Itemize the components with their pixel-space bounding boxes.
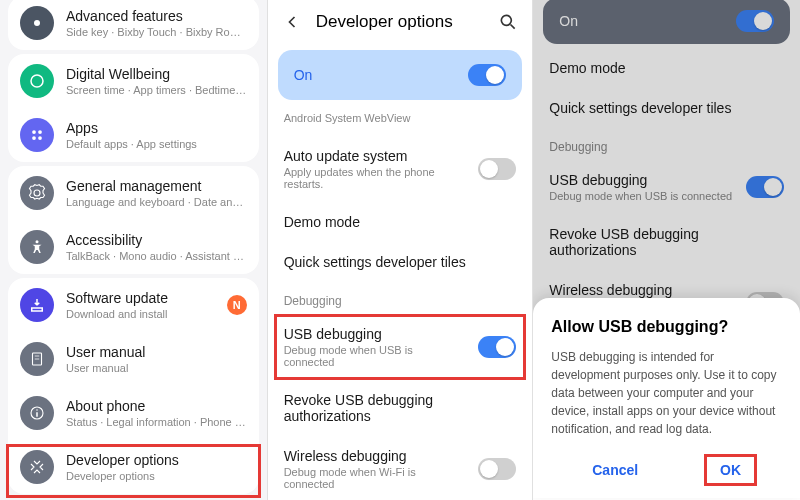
svg-point-13 (502, 15, 512, 25)
dialog: Allow USB debugging? USB debugging is in… (533, 298, 800, 498)
row-title: Quick settings developer tiles (549, 100, 784, 116)
master-toggle-row[interactable]: On (278, 50, 523, 100)
row-sub: Apply updates when the phone restarts. (284, 166, 467, 190)
back-icon[interactable] (282, 12, 302, 32)
svg-point-11 (36, 409, 38, 411)
settings-item-manual[interactable]: User manual User manual (8, 332, 259, 386)
item-sub: Screen time · App timers · Bedtime mode (66, 83, 247, 97)
row-title: Wireless debugging (284, 448, 467, 464)
item-sub: User manual (66, 361, 247, 375)
row-auto-update[interactable]: Auto update system Apply updates when th… (268, 136, 533, 202)
svg-rect-12 (36, 412, 38, 417)
row-revoke[interactable]: Revoke USB debugging authorizations (268, 380, 533, 436)
section-debugging: Debugging (268, 282, 533, 314)
row-sub: Debug mode when Wi-Fi is connected (284, 466, 467, 490)
row-title: Quick settings developer tiles (284, 254, 517, 270)
usb-debugging-toggle[interactable] (746, 176, 784, 198)
item-sub: Status · Legal information · Phone name (66, 415, 247, 429)
item-sub: TalkBack · Mono audio · Assistant menu (66, 249, 247, 263)
row-title: Demo mode (549, 60, 784, 76)
search-icon[interactable] (498, 12, 518, 32)
dialog-title: Allow USB debugging? (551, 318, 782, 336)
item-sub: Developer options (66, 469, 247, 483)
settings-item-developer[interactable]: Developer options Developer options (8, 440, 259, 494)
on-label: On (559, 13, 736, 29)
row-title: USB debugging (284, 326, 467, 342)
item-sub: Language and keyboard · Date and time (66, 195, 247, 209)
svg-point-2 (32, 130, 36, 134)
wellbeing-icon (20, 64, 54, 98)
row-usb-debugging[interactable]: USB debugging Debug mode when USB is con… (533, 160, 800, 214)
cancel-button[interactable]: Cancel (580, 456, 650, 484)
svg-point-5 (38, 136, 42, 140)
settings-item-general[interactable]: General management Language and keyboard… (8, 166, 259, 220)
update-badge: N (227, 295, 247, 315)
row-usb-debugging[interactable]: USB debugging Debug mode when USB is con… (268, 314, 533, 380)
header: Developer options (268, 0, 533, 44)
svg-point-3 (38, 130, 42, 134)
settings-item-about[interactable]: About phone Status · Legal information ·… (8, 386, 259, 440)
dev-icon (20, 450, 54, 484)
row-quicksettings[interactable]: Quick settings developer tiles (533, 88, 800, 128)
dialog-body: USB debugging is intended for developmen… (551, 348, 782, 438)
row-quicksettings[interactable]: Quick settings developer tiles (268, 242, 533, 282)
item-title: Apps (66, 119, 247, 137)
features-icon (20, 6, 54, 40)
row-demo[interactable]: Demo mode (268, 202, 533, 242)
item-sub: Download and install (66, 307, 215, 321)
on-label: On (294, 67, 469, 83)
about-icon (20, 396, 54, 430)
page-title: Developer options (316, 12, 485, 32)
svg-line-14 (511, 25, 515, 29)
wireless-toggle[interactable] (478, 458, 516, 480)
settings-item-advanced[interactable]: Advanced features Side key · Bixby Touch… (8, 0, 259, 50)
ok-button[interactable]: OK (708, 456, 753, 484)
item-title: Advanced features (66, 7, 247, 25)
row-sub: Android System WebView (284, 112, 517, 124)
row-sub: Debug mode when USB is connected (549, 190, 734, 202)
svg-point-0 (34, 20, 40, 26)
update-icon (20, 288, 54, 322)
svg-point-1 (31, 75, 43, 87)
master-toggle[interactable] (736, 10, 774, 32)
item-sub: Side key · Bixby Touch · Bixby Routines (66, 25, 247, 39)
item-title: Developer options (66, 451, 247, 469)
auto-update-toggle[interactable] (478, 158, 516, 180)
row-webview[interactable]: Android System WebView (268, 106, 533, 136)
item-title: Accessibility (66, 231, 247, 249)
gear-icon (20, 176, 54, 210)
master-toggle-row[interactable]: On (543, 0, 790, 44)
usb-debugging-toggle[interactable] (478, 336, 516, 358)
apps-icon (20, 118, 54, 152)
svg-point-4 (32, 136, 36, 140)
row-revoke[interactable]: Revoke USB debugging authorizations (533, 214, 800, 270)
settings-item-wellbeing[interactable]: Digital Wellbeing Screen time · App time… (8, 54, 259, 108)
accessibility-icon (20, 230, 54, 264)
item-sub: Default apps · App settings (66, 137, 247, 151)
section-debugging: Debugging (533, 128, 800, 160)
master-toggle[interactable] (468, 64, 506, 86)
row-wireless[interactable]: Wireless debugging Debug mode when Wi-Fi… (268, 436, 533, 500)
row-title: Wireless debugging (549, 282, 734, 298)
row-title: Auto update system (284, 148, 467, 164)
row-title: USB debugging (549, 172, 734, 188)
row-title: Revoke USB debugging authorizations (549, 226, 784, 258)
row-title: Demo mode (284, 214, 517, 230)
item-title: Digital Wellbeing (66, 65, 247, 83)
item-title: General management (66, 177, 247, 195)
row-demo[interactable]: Demo mode (533, 48, 800, 88)
item-title: About phone (66, 397, 247, 415)
settings-item-update[interactable]: Software update Download and install N (8, 278, 259, 332)
item-title: Software update (66, 289, 215, 307)
settings-item-apps[interactable]: Apps Default apps · App settings (8, 108, 259, 162)
manual-icon (20, 342, 54, 376)
item-title: User manual (66, 343, 247, 361)
row-sub: Debug mode when USB is connected (284, 344, 467, 368)
settings-item-accessibility[interactable]: Accessibility TalkBack · Mono audio · As… (8, 220, 259, 274)
row-title: Revoke USB debugging authorizations (284, 392, 517, 424)
svg-point-6 (36, 240, 39, 243)
